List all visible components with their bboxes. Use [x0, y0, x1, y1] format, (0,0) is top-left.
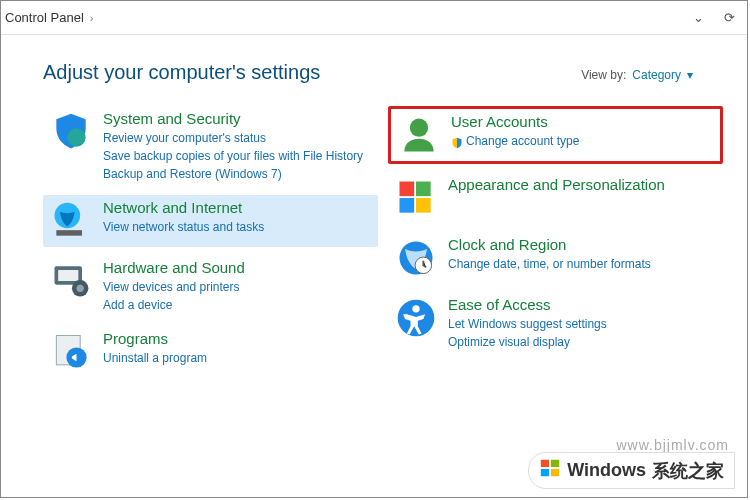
svg-point-0 [67, 128, 85, 146]
refresh-icon[interactable]: ⟳ [724, 10, 735, 25]
uac-shield-icon [451, 136, 463, 148]
link-devices-printers[interactable]: View devices and printers [103, 278, 245, 296]
link-add-device[interactable]: Add a device [103, 296, 245, 314]
appearance-icon [394, 176, 438, 220]
programs-icon [49, 330, 93, 374]
category-ease-of-access[interactable]: Ease of Access Let Windows suggest setti… [388, 292, 723, 355]
clock-region-icon [394, 236, 438, 280]
system-security-icon [49, 110, 93, 154]
watermark-brand: Windows 系统之家 [528, 452, 735, 489]
network-internet-icon [49, 199, 93, 243]
link-optimize-display[interactable]: Optimize visual display [448, 333, 607, 351]
svg-rect-19 [551, 460, 559, 467]
category-programs[interactable]: Programs Uninstall a program [43, 326, 378, 378]
chevron-down-icon[interactable]: ⌄ [693, 10, 704, 25]
svg-point-17 [412, 305, 419, 312]
view-by-selector[interactable]: View by: Category ▾ [581, 68, 693, 82]
svg-rect-12 [400, 198, 415, 213]
category-title[interactable]: Network and Internet [103, 199, 264, 216]
category-system-security[interactable]: System and Security Review your computer… [43, 106, 378, 187]
hardware-sound-icon [49, 259, 93, 303]
chevron-right-icon: › [90, 12, 94, 24]
category-clock-region[interactable]: Clock and Region Change date, time, or n… [388, 232, 723, 284]
svg-rect-21 [551, 469, 559, 476]
category-network-internet[interactable]: Network and Internet View network status… [43, 195, 378, 247]
category-title[interactable]: Appearance and Personalization [448, 176, 665, 193]
category-title[interactable]: Hardware and Sound [103, 259, 245, 276]
page-title: Adjust your computer's settings [43, 61, 320, 84]
category-title[interactable]: Ease of Access [448, 296, 607, 313]
svg-rect-11 [416, 182, 431, 197]
svg-rect-10 [400, 182, 415, 197]
link-review-status[interactable]: Review your computer's status [103, 129, 363, 147]
svg-rect-2 [56, 230, 82, 236]
breadcrumb[interactable]: Control Panel › [5, 10, 693, 25]
dropdown-caret-icon: ▾ [687, 68, 693, 82]
svg-rect-20 [541, 469, 549, 476]
svg-point-9 [410, 119, 428, 137]
link-change-account-type[interactable]: Change account type [451, 132, 579, 150]
windows-logo-icon [539, 457, 561, 484]
link-uninstall-program[interactable]: Uninstall a program [103, 349, 207, 367]
category-title[interactable]: System and Security [103, 110, 363, 127]
category-user-accounts[interactable]: User Accounts Change account type [388, 106, 723, 164]
breadcrumb-root[interactable]: Control Panel [5, 10, 84, 25]
category-appearance-personalization[interactable]: Appearance and Personalization [388, 172, 723, 224]
view-by-value[interactable]: Category [632, 68, 681, 82]
link-backup-restore[interactable]: Backup and Restore (Windows 7) [103, 165, 363, 183]
category-title[interactable]: Clock and Region [448, 236, 651, 253]
category-title[interactable]: User Accounts [451, 113, 579, 130]
category-title[interactable]: Programs [103, 330, 207, 347]
svg-rect-13 [416, 198, 431, 213]
category-hardware-sound[interactable]: Hardware and Sound View devices and prin… [43, 255, 378, 318]
link-date-time-formats[interactable]: Change date, time, or number formats [448, 255, 651, 273]
link-suggest-settings[interactable]: Let Windows suggest settings [448, 315, 607, 333]
link-file-history[interactable]: Save backup copies of your files with Fi… [103, 147, 363, 165]
watermark-url: www.bjjmlv.com [616, 437, 729, 453]
view-by-label: View by: [581, 68, 626, 82]
svg-rect-4 [58, 270, 78, 281]
svg-point-6 [77, 285, 84, 292]
ease-of-access-icon [394, 296, 438, 340]
svg-rect-18 [541, 460, 549, 467]
link-network-status[interactable]: View network status and tasks [103, 218, 264, 236]
user-accounts-icon [397, 113, 441, 157]
